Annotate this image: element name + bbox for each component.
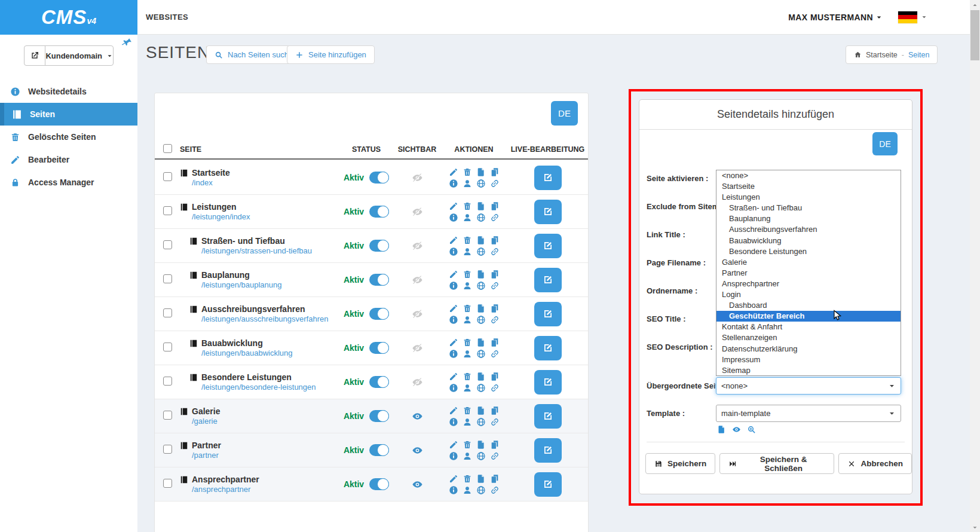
status-toggle[interactable]	[369, 172, 389, 184]
user-icon[interactable]	[463, 383, 472, 393]
trash-icon[interactable]	[463, 167, 472, 177]
panel-language-button[interactable]: DE	[872, 132, 898, 155]
status-toggle[interactable]	[369, 342, 389, 354]
dropdown-option[interactable]: Bauplanung	[716, 213, 901, 224]
link-icon[interactable]	[490, 451, 500, 461]
domain-dropdown-button[interactable]: Kundendomain	[45, 46, 113, 65]
dropdown-option[interactable]: Stellenanzeigen	[716, 332, 901, 343]
live-edit-button[interactable]	[534, 234, 562, 258]
trash-icon[interactable]	[463, 201, 472, 211]
page-path-link[interactable]: /index	[192, 178, 339, 187]
live-edit-button[interactable]	[534, 336, 562, 360]
user-icon[interactable]	[463, 281, 472, 291]
globe-icon[interactable]	[476, 349, 486, 359]
file-icon[interactable]	[476, 304, 486, 313]
select-all-checkbox[interactable]	[163, 144, 172, 153]
template-select[interactable]: main-template	[716, 405, 901, 422]
dropdown-option[interactable]: Kontakt & Anfahrt	[716, 322, 901, 332]
row-checkbox[interactable]	[163, 240, 172, 249]
user-menu[interactable]: MAX MUSTERMANN	[788, 13, 883, 22]
dropdown-option[interactable]: Startseite	[716, 181, 901, 192]
copy-icon[interactable]	[490, 440, 500, 450]
status-toggle[interactable]	[369, 410, 389, 422]
trash-icon[interactable]	[463, 474, 472, 484]
page-path-link[interactable]: /leistungen/bauplanung	[201, 280, 339, 289]
dropdown-option-selected[interactable]: Geschützter Bereich	[716, 311, 901, 322]
link-icon[interactable]	[490, 383, 500, 393]
globe-icon[interactable]	[476, 485, 486, 495]
dropdown-option[interactable]: Login	[716, 289, 901, 300]
pin-sidebar-icon[interactable]	[121, 36, 133, 48]
globe-icon[interactable]	[476, 281, 486, 291]
page-path-link[interactable]: /leistungen/besondere-leistungen	[201, 383, 339, 392]
user-icon[interactable]	[463, 417, 472, 427]
live-edit-button[interactable]	[534, 200, 562, 224]
file-icon[interactable]	[476, 167, 486, 177]
user-icon[interactable]	[463, 349, 472, 359]
domain-switcher[interactable]: Kundendomain	[24, 45, 114, 66]
status-toggle[interactable]	[369, 444, 389, 456]
dropdown-option[interactable]: Dashboard	[716, 300, 901, 311]
info-circle-icon[interactable]	[449, 417, 458, 427]
trash-icon[interactable]	[463, 440, 472, 450]
trash-icon[interactable]	[463, 372, 472, 381]
globe-icon[interactable]	[476, 383, 486, 393]
dropdown-option[interactable]: <none>	[716, 170, 901, 181]
link-icon[interactable]	[490, 315, 500, 325]
pencil-icon[interactable]	[449, 270, 458, 279]
status-toggle[interactable]	[369, 308, 389, 320]
link-icon[interactable]	[490, 247, 500, 256]
scroll-up-arrow-icon[interactable]	[970, 0, 980, 10]
live-edit-button[interactable]	[534, 370, 562, 395]
page-path-link[interactable]: /leistungen/index	[192, 212, 339, 221]
file-icon[interactable]	[476, 236, 486, 245]
live-edit-button[interactable]	[534, 472, 562, 497]
live-edit-button[interactable]	[534, 404, 562, 429]
breadcrumb-home[interactable]: Startseite	[866, 51, 898, 59]
trash-icon[interactable]	[463, 338, 472, 347]
copy-icon[interactable]	[490, 167, 500, 177]
dropdown-option[interactable]: Leistungen	[716, 192, 901, 203]
dropdown-option[interactable]: Ansprechpartner	[716, 279, 901, 289]
dropdown-option[interactable]: Bauabwicklung	[716, 236, 901, 246]
user-icon[interactable]	[463, 179, 472, 188]
speichern-schlie-en-button[interactable]: Speichern & Schließen	[719, 453, 834, 474]
info-circle-icon[interactable]	[449, 383, 458, 393]
live-edit-button[interactable]	[534, 302, 562, 326]
row-checkbox[interactable]	[163, 274, 172, 283]
trash-icon[interactable]	[463, 270, 472, 279]
copy-icon[interactable]	[490, 201, 500, 211]
user-icon[interactable]	[463, 247, 472, 256]
row-checkbox[interactable]	[163, 343, 172, 351]
file-icon[interactable]	[476, 372, 486, 381]
page-path-link[interactable]: /leistungen/bauabwicklung	[201, 348, 339, 357]
zoom-in-icon[interactable]	[747, 425, 756, 434]
status-toggle[interactable]	[369, 376, 389, 388]
info-circle-icon[interactable]	[449, 315, 458, 325]
link-icon[interactable]	[490, 213, 500, 222]
status-toggle[interactable]	[369, 478, 389, 490]
file-icon[interactable]	[476, 440, 486, 450]
status-toggle[interactable]	[369, 206, 389, 218]
status-toggle[interactable]	[369, 240, 389, 252]
dropdown-option[interactable]: Datenschutzerklärung	[716, 344, 901, 354]
file-icon[interactable]	[476, 270, 486, 279]
language-switcher[interactable]	[898, 11, 927, 23]
info-circle-icon[interactable]	[449, 349, 458, 359]
breadcrumb-current[interactable]: Seiten	[908, 51, 929, 59]
info-circle-icon[interactable]	[449, 179, 458, 188]
live-edit-button[interactable]	[534, 166, 562, 190]
live-edit-button[interactable]	[534, 438, 562, 463]
pencil-icon[interactable]	[449, 440, 458, 450]
dropdown-option[interactable]: Straßen- und Tiefbau	[716, 203, 901, 213]
globe-icon[interactable]	[476, 247, 486, 256]
row-checkbox[interactable]	[163, 308, 172, 317]
trash-icon[interactable]	[463, 236, 472, 245]
copy-icon[interactable]	[490, 406, 500, 415]
trash-icon[interactable]	[463, 304, 472, 313]
open-domain-button[interactable]	[24, 46, 45, 65]
globe-icon[interactable]	[476, 451, 486, 461]
pencil-icon[interactable]	[449, 167, 458, 177]
parent-page-select[interactable]: <none>	[716, 377, 901, 395]
status-toggle[interactable]	[369, 274, 389, 286]
